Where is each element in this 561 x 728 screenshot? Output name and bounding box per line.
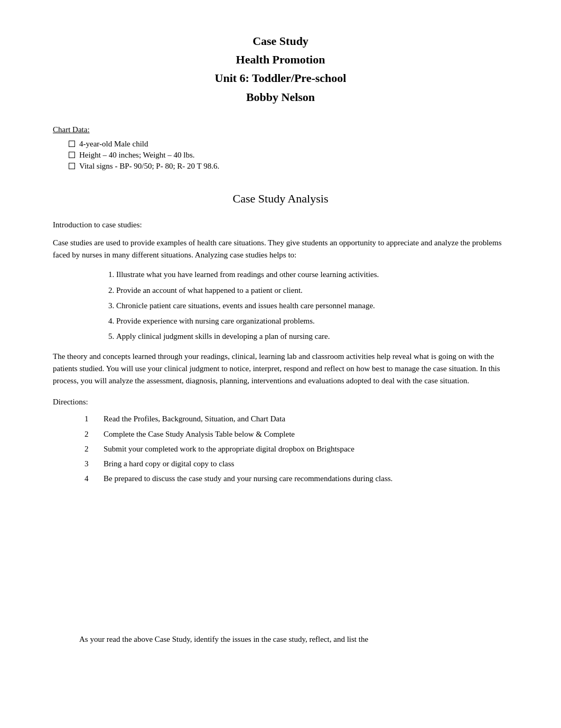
page-title: Case Study Health Promotion Unit 6: Todd… xyxy=(53,32,508,106)
analysis-title: Case Study Analysis xyxy=(53,192,508,206)
dir-num: 2 xyxy=(85,428,93,440)
list-item: 1 Read the Profiles, Background, Situati… xyxy=(85,413,508,425)
list-item: 3 Bring a hard copy or digital copy to c… xyxy=(85,458,508,470)
bullet-icon xyxy=(69,141,75,147)
chart-data-section: Chart Data: 4-year-old Male child Height… xyxy=(53,125,508,171)
title-line2: Health Promotion xyxy=(236,53,325,66)
list-item: Chronicle patient care situations, event… xyxy=(116,300,508,312)
bullet-icon xyxy=(69,163,75,169)
dir-num: 2 xyxy=(85,443,93,455)
dir-num: 3 xyxy=(85,458,93,470)
directions-heading: Directions: xyxy=(53,398,508,407)
list-item: Provide an account of what happened to a… xyxy=(116,284,508,297)
list-item: Vital signs - BP- 90/50; P- 80; R- 20 T … xyxy=(69,162,508,171)
list-item: 4-year-old Male child xyxy=(69,140,508,149)
theory-paragraph: The theory and concepts learned through … xyxy=(53,351,508,388)
bullet-icon xyxy=(69,152,75,158)
title-line3: Unit 6: Toddler/Pre-school xyxy=(215,71,347,85)
dir-text: Complete the Case Study Analysis Table b… xyxy=(104,428,508,440)
intro-body: Case studies are used to provide example… xyxy=(53,237,508,262)
title-line1: Case Study xyxy=(253,34,308,48)
dir-num: 4 xyxy=(85,473,93,485)
page-header: Case Study Health Promotion Unit 6: Todd… xyxy=(53,32,508,106)
list-item: Illustrate what you have learned from re… xyxy=(116,269,508,281)
title-line4: Bobby Nelson xyxy=(246,90,315,104)
dir-text: Read the Profiles, Background, Situation… xyxy=(104,413,508,425)
dir-text: Submit your completed work to the approp… xyxy=(104,443,508,455)
list-item: 2 Submit your completed work to the appr… xyxy=(85,443,508,455)
chart-item-2: Height – 40 inches; Weight – 40 lbs. xyxy=(79,151,195,160)
list-item: Apply clinical judgment skills in develo… xyxy=(116,330,508,343)
chart-data-list: 4-year-old Male child Height – 40 inches… xyxy=(53,140,508,171)
list-item: Height – 40 inches; Weight – 40 lbs. xyxy=(69,151,508,160)
dir-text: Bring a hard copy or digital copy to cla… xyxy=(104,458,508,470)
chart-data-label: Chart Data: xyxy=(53,125,508,134)
directions-list: 1 Read the Profiles, Background, Situati… xyxy=(53,413,508,485)
footer-note: As your read the above Case Study, ident… xyxy=(53,633,508,646)
list-item: 2 Complete the Case Study Analysis Table… xyxy=(85,428,508,440)
dir-text: Be prepared to discuss the case study an… xyxy=(104,473,508,485)
page: Case Study Health Promotion Unit 6: Todd… xyxy=(0,0,561,728)
chart-item-3: Vital signs - BP- 90/50; P- 80; R- 20 T … xyxy=(79,162,219,171)
list-item: Provide experience with nursing care org… xyxy=(116,315,508,327)
numbered-list: Illustrate what you have learned from re… xyxy=(53,269,508,343)
dir-num: 1 xyxy=(85,413,93,425)
list-item: 4 Be prepared to discuss the case study … xyxy=(85,473,508,485)
intro-heading: Introduction to case studies: xyxy=(53,220,508,229)
chart-item-1: 4-year-old Male child xyxy=(79,140,148,149)
